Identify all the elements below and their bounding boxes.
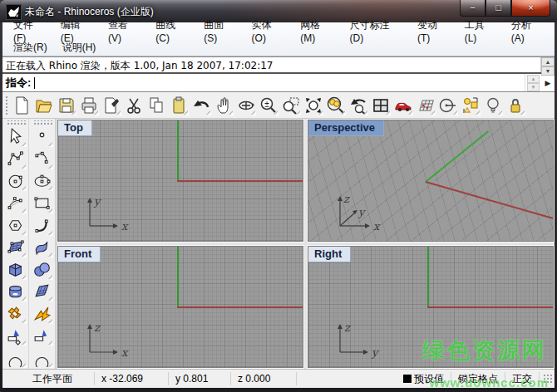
sphere-icon[interactable] xyxy=(31,258,54,281)
command-input[interactable] xyxy=(35,74,525,91)
side-toolbox xyxy=(2,119,57,369)
viewport-top[interactable]: Top y x xyxy=(57,120,303,242)
point-icon[interactable] xyxy=(31,126,54,149)
axis-indicator: z y xyxy=(330,319,383,359)
menu-analyze[interactable]: 分析(A) xyxy=(504,17,551,45)
scroll-up-icon[interactable]: ▲ xyxy=(541,57,555,66)
lock-objects-icon[interactable] xyxy=(504,94,526,116)
spin-down-icon[interactable]: ▼ xyxy=(527,83,540,91)
new-file-icon[interactable] xyxy=(10,94,32,116)
circle-icon[interactable] xyxy=(4,170,27,193)
viewport-perspective-label[interactable]: Perspective xyxy=(308,120,384,136)
menu-solid[interactable]: 实体(O) xyxy=(244,17,293,45)
menu-render[interactable]: 渲染(R) xyxy=(6,40,55,56)
control-point-surface-icon[interactable] xyxy=(4,237,27,259)
rectangle-icon[interactable] xyxy=(31,192,54,214)
axis-indicator: z y x xyxy=(330,189,392,233)
zoom-dynamic-icon[interactable]: ± xyxy=(257,94,279,116)
polyline-icon[interactable] xyxy=(4,148,27,170)
fillet-icon[interactable] xyxy=(4,346,27,369)
undo-view-icon[interactable] xyxy=(347,94,369,116)
menu-transform[interactable]: 变动(T) xyxy=(410,17,457,45)
main-area: Top y x Perspective xyxy=(2,119,555,369)
cut-icon[interactable] xyxy=(122,94,145,116)
select-icon[interactable] xyxy=(4,126,27,149)
undo-icon[interactable] xyxy=(190,94,212,116)
viewport-top-label[interactable]: Top xyxy=(58,120,92,136)
z-axis-line xyxy=(177,247,179,307)
boolean-icon[interactable] xyxy=(4,302,27,325)
pan-icon[interactable] xyxy=(212,94,234,116)
rotate-view-icon[interactable] xyxy=(234,94,257,116)
expand-right-icon[interactable]: ▶ xyxy=(541,79,555,87)
split-icon[interactable] xyxy=(31,325,54,347)
command-history: 正在载入 Rhino 渲染，版本 1.00, Jan 18 2007, 17:0… xyxy=(2,57,555,72)
ellipse-icon[interactable] xyxy=(31,170,54,193)
polygon-icon[interactable] xyxy=(4,214,27,237)
x-axis-line xyxy=(177,306,303,308)
open-file-icon[interactable] xyxy=(32,94,55,116)
cplane-pane[interactable]: 工作平面 xyxy=(26,372,95,385)
svg-text:x: x xyxy=(121,346,129,359)
arc-icon[interactable] xyxy=(4,192,27,214)
menu-help[interactable]: 说明(H) xyxy=(55,40,104,56)
menu-view[interactable]: 查看(V) xyxy=(101,17,148,45)
copy-icon[interactable] xyxy=(145,94,167,116)
menu-curve[interactable]: 曲线(C) xyxy=(148,17,196,45)
axis-indicator: z x xyxy=(80,319,133,359)
zoom-window-icon[interactable] xyxy=(279,94,302,116)
mesh-settings-icon[interactable] xyxy=(414,94,436,116)
viewport-perspective[interactable]: Perspective z y x xyxy=(308,120,554,242)
y-axis-line xyxy=(425,130,489,183)
chamfer-icon[interactable] xyxy=(31,346,54,369)
trim-icon[interactable] xyxy=(4,325,27,347)
toolbar-grip[interactable] xyxy=(4,95,8,116)
svg-text:z: z xyxy=(344,321,351,334)
toolbox-grip[interactable] xyxy=(32,120,52,126)
explode-icon[interactable] xyxy=(31,302,54,325)
toolbox-grip[interactable] xyxy=(6,120,26,126)
watermark-site-name: 绿色资源网 xyxy=(422,336,547,365)
menu-mesh[interactable]: 网格(M) xyxy=(293,17,342,45)
save-icon[interactable] xyxy=(55,94,77,116)
surface-icon[interactable] xyxy=(31,237,54,259)
y-axis-line xyxy=(177,120,179,181)
cylinder-icon[interactable] xyxy=(4,281,27,303)
box-icon[interactable] xyxy=(4,258,27,281)
close-button[interactable]: × xyxy=(511,0,550,17)
paste-icon[interactable] xyxy=(167,94,190,116)
coord-y: y 0.801 xyxy=(169,372,231,385)
zoom-selected-icon[interactable] xyxy=(324,94,347,116)
svg-text:y: y xyxy=(357,206,366,218)
svg-text:x: x xyxy=(373,220,381,233)
menu-tools[interactable]: 工具(L) xyxy=(457,17,504,45)
patch-surface-icon[interactable] xyxy=(31,281,54,303)
menu-row-1: 文件(F) 编辑(E) 查看(V) 曲线(C) 曲面(S) 实体(O) 网格(M… xyxy=(6,22,551,39)
watermark-site-url: www.downcc.com xyxy=(430,375,549,390)
spin-up-icon[interactable]: ▲ xyxy=(527,75,540,83)
viewport-front-label[interactable]: Front xyxy=(58,247,101,262)
cplane-icon[interactable] xyxy=(436,94,459,116)
print-icon[interactable] xyxy=(77,94,100,116)
command-scrollbar[interactable]: ▲ ▼ xyxy=(540,57,555,72)
render-lights-icon[interactable] xyxy=(481,94,504,116)
minimize-button[interactable]: − xyxy=(460,0,486,17)
viewport-layout-icon[interactable] xyxy=(369,94,392,116)
svg-text:z: z xyxy=(343,193,350,205)
command-input-row: 指令: ▲ ▼ ▶ xyxy=(2,72,555,91)
menu-dimension[interactable]: 尺寸标注(D) xyxy=(342,17,410,45)
axis-indicator: y x xyxy=(80,193,133,233)
command-spinner: ▲ ▼ ▶ xyxy=(525,74,555,91)
object-properties-icon[interactable] xyxy=(459,94,481,116)
maximize-button[interactable]: □ xyxy=(486,0,511,17)
viewport-right-label[interactable]: Right xyxy=(308,247,351,262)
zoom-extents-icon[interactable] xyxy=(302,94,324,116)
menu-surface[interactable]: 曲面(S) xyxy=(196,17,244,45)
svg-text:y: y xyxy=(93,195,101,208)
viewport-front[interactable]: Front z x xyxy=(57,246,303,368)
command-history-line: 正在载入 Rhino 渲染，版本 1.00, Jan 18 2007, 17:0… xyxy=(2,57,540,72)
named-view-car-icon[interactable] xyxy=(392,94,414,116)
blend-curve-icon[interactable] xyxy=(31,214,54,237)
curve-icon[interactable] xyxy=(31,148,54,170)
edit-page-icon[interactable] xyxy=(100,94,122,116)
